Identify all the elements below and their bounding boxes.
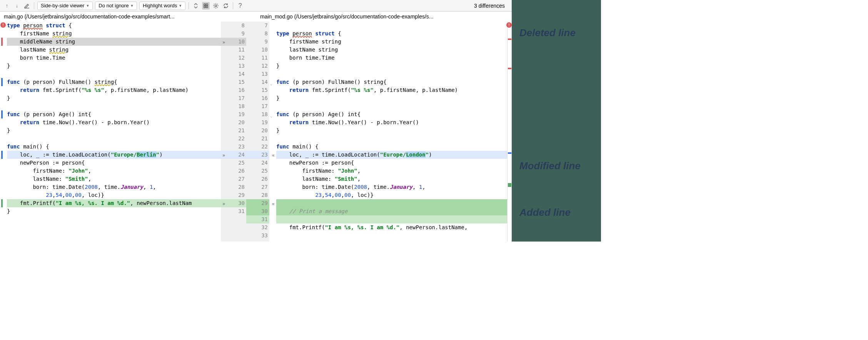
error-icon[interactable]: ! <box>506 22 512 28</box>
code-line[interactable]: born: time.Date(2008, time.January, 1, <box>276 183 507 191</box>
line-number: 7 <box>246 22 268 30</box>
code-line[interactable]: return time.Now().Year() - p.born.Year() <box>276 118 507 127</box>
next-diff-icon[interactable]: ↓ <box>13 2 21 10</box>
line-number: 24 <box>246 159 268 167</box>
code-line[interactable] <box>7 102 221 110</box>
highlight-mode-label: Highlight words <box>143 3 177 8</box>
code-line[interactable]: firstName string <box>7 30 221 38</box>
overview-mark[interactable] <box>508 152 511 154</box>
toolbar: ↑ ↓ Side-by-side viewer ▼ Do not ignore … <box>0 0 512 12</box>
code-line[interactable]: 23,54,00,00, loc)} <box>7 191 221 199</box>
code-line[interactable]: type person struct { <box>276 30 507 38</box>
code-line[interactable]: firstName string <box>276 38 507 46</box>
change-marker[interactable] <box>1 151 3 159</box>
code-line[interactable] <box>276 199 507 207</box>
code-line[interactable]: firstName: "John", <box>276 167 507 175</box>
code-line[interactable]: } <box>7 94 221 102</box>
code-line[interactable]: newPerson := person{ <box>276 159 507 167</box>
code-line[interactable]: return fmt.Sprintf("%s %s", p.firstName,… <box>7 86 221 94</box>
code-line[interactable]: lastName string <box>7 46 221 54</box>
overview-mark[interactable] <box>508 183 511 187</box>
code-line[interactable]: born: time.Date(2008, time.January, 1, <box>7 183 221 191</box>
apply-right-icon[interactable]: » <box>222 38 225 47</box>
change-marker[interactable] <box>1 38 3 46</box>
chevron-down-icon: ▼ <box>130 4 134 8</box>
code-line[interactable]: loc, _ := time.LoadLocation("Europe/Lond… <box>276 151 507 159</box>
error-icon[interactable]: ! <box>0 22 6 28</box>
line-number: 32 <box>246 223 268 232</box>
code-line[interactable]: } <box>7 207 221 215</box>
code-line[interactable]: born time.Time <box>276 54 507 62</box>
code-line[interactable]: func main() { <box>7 143 221 151</box>
left-line-numbers: 8910»1112131415161718192021222324»252627… <box>221 22 246 242</box>
edit-icon[interactable] <box>23 2 31 10</box>
code-line[interactable]: 23,54,00,00, loc)} <box>276 191 507 199</box>
line-number: 10 <box>246 46 268 54</box>
code-line[interactable]: lastName string <box>276 46 507 54</box>
ignore-mode-dropdown[interactable]: Do not ignore ▼ <box>95 2 137 10</box>
change-marker[interactable] <box>1 110 3 118</box>
apply-right-icon[interactable]: » <box>222 152 225 160</box>
code-line[interactable]: } <box>276 94 507 102</box>
code-line[interactable]: newPerson := person{ <box>7 159 221 167</box>
code-line[interactable] <box>7 70 221 78</box>
code-line[interactable]: } <box>276 127 507 135</box>
svg-point-0 <box>215 5 217 7</box>
viewer-mode-dropdown[interactable]: Side-by-side viewer ▼ <box>37 2 93 10</box>
legend-panel: Deleted line Modified line Added line <box>512 0 601 242</box>
code-line[interactable]: } <box>7 62 221 70</box>
code-line[interactable]: func (p person) Age() int{ <box>7 110 221 118</box>
change-marker[interactable] <box>1 78 3 86</box>
code-line[interactable]: lastName: "Smith", <box>7 175 221 183</box>
line-number: 13 <box>221 62 245 70</box>
code-line[interactable]: lastName: "Smith", <box>276 175 507 183</box>
code-line[interactable]: return fmt.Sprintf("%s %s", p.firstName,… <box>276 86 507 94</box>
code-line[interactable]: fmt.Printf("I am %s, %s. I am %d.", newP… <box>7 199 221 207</box>
code-line[interactable] <box>276 70 507 78</box>
code-line[interactable] <box>276 22 507 30</box>
code-line[interactable]: born time.Time <box>7 54 221 62</box>
overview-mark[interactable] <box>508 68 511 69</box>
code-line[interactable]: } <box>276 62 507 70</box>
change-marker[interactable] <box>1 199 3 207</box>
line-number: 21 <box>246 135 268 143</box>
code-line[interactable]: return time.Now().Year() - p.born.Year() <box>7 118 221 127</box>
code-line[interactable]: middleName string <box>7 38 221 46</box>
code-line[interactable] <box>276 102 507 110</box>
code-line[interactable]: firstName: "John", <box>7 167 221 175</box>
refresh-icon[interactable] <box>222 2 230 10</box>
code-line[interactable]: } <box>7 127 221 135</box>
code-line[interactable]: type person struct { <box>7 22 221 30</box>
code-line[interactable]: // Print a message <box>276 207 507 215</box>
code-line[interactable] <box>276 135 507 143</box>
apply-right-icon[interactable]: » <box>222 200 225 208</box>
line-number: 28 <box>221 183 245 191</box>
line-number: 12 <box>221 54 245 62</box>
code-line[interactable]: loc, _ := time.LoadLocation("Europe/Berl… <box>7 151 221 159</box>
prev-diff-icon[interactable]: ↑ <box>3 2 11 10</box>
code-line[interactable]: func (p person) FullName() string{ <box>7 78 221 86</box>
overview-mark[interactable] <box>508 38 511 40</box>
code-line[interactable] <box>276 232 507 240</box>
sync-scroll-icon[interactable] <box>202 2 210 10</box>
line-number: 17 <box>246 102 268 110</box>
highlight-mode-dropdown[interactable]: Highlight words ▼ <box>139 2 185 10</box>
fold-icon[interactable]: ⌄ <box>270 112 272 120</box>
right-code-pane[interactable]: type person struct { firstName string la… <box>276 22 507 242</box>
line-number: 19 <box>221 110 245 118</box>
code-line[interactable]: func (p person) FullName() string{ <box>276 78 507 86</box>
help-icon[interactable]: ? <box>236 2 244 10</box>
collapse-icon[interactable] <box>192 2 200 10</box>
code-line[interactable] <box>7 135 221 143</box>
code-line[interactable]: func (p person) Age() int{ <box>276 110 507 118</box>
overview-ruler[interactable]: ! <box>507 22 512 242</box>
code-line[interactable]: func main() { <box>276 143 507 151</box>
line-number: 16 <box>221 86 245 94</box>
fold-icon[interactable]: ⌄ <box>270 80 272 88</box>
line-number: 14 <box>221 70 245 78</box>
settings-icon[interactable] <box>212 2 220 10</box>
line-number: 29« <box>246 199 269 207</box>
code-line[interactable] <box>276 215 507 223</box>
left-code-pane[interactable]: type person struct { firstName string mi… <box>7 22 221 242</box>
code-line[interactable]: fmt.Printf("I am %s, %s. I am %d.", newP… <box>276 223 507 232</box>
